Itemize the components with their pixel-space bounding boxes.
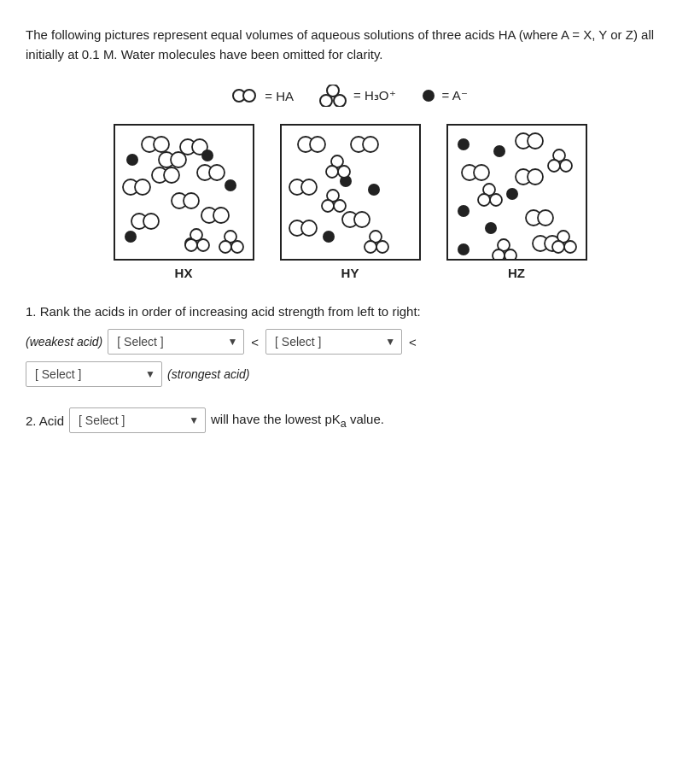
svg-point-36 bbox=[310, 137, 325, 152]
svg-point-44 bbox=[354, 212, 370, 227]
svg-point-67 bbox=[458, 138, 470, 150]
diagram-hx: HX bbox=[114, 124, 254, 280]
legend-h3o: = H₃O⁺ bbox=[319, 85, 395, 107]
svg-point-55 bbox=[322, 200, 334, 212]
svg-point-13 bbox=[135, 179, 150, 195]
svg-point-5 bbox=[423, 90, 435, 102]
svg-point-83 bbox=[493, 249, 505, 261]
diagram-box-hz bbox=[446, 124, 587, 261]
svg-point-62 bbox=[528, 169, 543, 185]
question-2-row: 2. Acid [ Select ] HX HY HZ ▼ will have … bbox=[26, 407, 674, 433]
svg-point-46 bbox=[368, 184, 380, 196]
svg-point-19 bbox=[184, 193, 199, 208]
a-icon bbox=[422, 89, 435, 103]
svg-point-77 bbox=[548, 160, 560, 172]
svg-point-38 bbox=[363, 137, 378, 152]
question-1-title: 1. Rank the acids in order of increasing… bbox=[26, 304, 674, 319]
diagrams-row: HX bbox=[26, 124, 674, 280]
hy-particles bbox=[282, 126, 421, 261]
svg-point-3 bbox=[320, 95, 332, 107]
weakest-acid-label: (weakest acid) bbox=[26, 335, 102, 349]
question-2-block: 2. Acid [ Select ] HX HY HZ ▼ will have … bbox=[26, 407, 674, 433]
svg-point-30 bbox=[185, 239, 197, 251]
svg-point-52 bbox=[365, 241, 376, 253]
diagram-box-hx bbox=[114, 124, 254, 261]
svg-point-69 bbox=[506, 188, 518, 200]
hz-particles bbox=[448, 126, 587, 261]
select-wrapper-3[interactable]: [ Select ] HX HY HZ ▼ bbox=[26, 361, 162, 387]
svg-point-27 bbox=[125, 231, 137, 243]
questions-section: 1. Rank the acids in order of increasing… bbox=[26, 304, 674, 433]
select-acid-pka[interactable]: [ Select ] HX HY HZ bbox=[69, 407, 206, 433]
svg-point-68 bbox=[493, 145, 505, 157]
diagram-box-hy bbox=[280, 124, 421, 261]
svg-point-81 bbox=[564, 241, 576, 253]
hx-particles bbox=[115, 126, 254, 261]
svg-point-7 bbox=[154, 137, 169, 152]
svg-point-1 bbox=[243, 90, 255, 102]
svg-point-78 bbox=[560, 160, 572, 172]
rank-row-2: [ Select ] HX HY HZ ▼ (strongest acid) bbox=[26, 361, 674, 387]
svg-point-53 bbox=[376, 241, 388, 253]
rank-row-1: (weakest acid) [ Select ] HX HY HZ ▼ < [… bbox=[26, 329, 674, 355]
h3o-icon bbox=[319, 85, 347, 107]
svg-point-75 bbox=[490, 194, 502, 206]
strongest-acid-label: (strongest acid) bbox=[167, 367, 249, 381]
svg-point-72 bbox=[458, 243, 470, 255]
select-middle[interactable]: [ Select ] HX HY HZ bbox=[265, 329, 402, 355]
legend: = HA = H₃O⁺ = A⁻ bbox=[26, 85, 674, 107]
diagram-label-hz: HZ bbox=[508, 266, 525, 280]
diagram-hz: HZ bbox=[446, 124, 587, 280]
svg-point-50 bbox=[338, 166, 350, 178]
legend-ha: = HA bbox=[232, 88, 294, 103]
svg-point-17 bbox=[143, 214, 159, 229]
svg-point-64 bbox=[538, 210, 553, 226]
select-weakest[interactable]: [ Select ] HX HY HZ bbox=[108, 329, 244, 355]
svg-point-49 bbox=[326, 166, 338, 178]
svg-point-84 bbox=[505, 249, 516, 261]
svg-point-71 bbox=[485, 222, 497, 234]
pka-subscript: a bbox=[341, 418, 347, 430]
question-1-block: 1. Rank the acids in order of increasing… bbox=[26, 304, 674, 387]
a-label: = A⁻ bbox=[442, 88, 468, 103]
ha-label: = HA bbox=[265, 89, 294, 103]
select-wrapper-2[interactable]: [ Select ] HX HY HZ ▼ bbox=[265, 329, 402, 355]
separator-1: < bbox=[249, 335, 260, 349]
svg-point-42 bbox=[301, 220, 317, 236]
q2-prefix: 2. Acid bbox=[26, 413, 64, 428]
svg-point-70 bbox=[458, 205, 470, 217]
svg-point-4 bbox=[334, 95, 346, 107]
intro-text: The following pictures represent equal v… bbox=[26, 26, 674, 64]
svg-point-25 bbox=[126, 154, 138, 166]
diagram-label-hx: HX bbox=[175, 266, 193, 280]
select-strongest[interactable]: [ Select ] HX HY HZ bbox=[26, 361, 162, 387]
svg-point-11 bbox=[164, 167, 179, 183]
diagram-label-hy: HY bbox=[341, 266, 359, 280]
h3o-label: = H₃O⁺ bbox=[353, 88, 395, 103]
svg-point-24 bbox=[201, 149, 213, 161]
svg-point-47 bbox=[323, 231, 335, 243]
svg-point-23 bbox=[213, 208, 229, 223]
legend-a: = A⁻ bbox=[422, 88, 468, 103]
svg-point-40 bbox=[301, 179, 317, 195]
separator-2: < bbox=[407, 335, 418, 349]
select-wrapper-4[interactable]: [ Select ] HX HY HZ ▼ bbox=[69, 407, 206, 433]
svg-point-74 bbox=[478, 194, 490, 206]
svg-point-60 bbox=[474, 165, 489, 180]
svg-point-80 bbox=[552, 241, 564, 253]
diagram-hy: HY bbox=[280, 124, 421, 280]
svg-point-21 bbox=[209, 165, 225, 180]
svg-point-31 bbox=[197, 239, 209, 251]
select-wrapper-1[interactable]: [ Select ] HX HY HZ ▼ bbox=[108, 329, 244, 355]
svg-point-26 bbox=[225, 179, 236, 191]
svg-point-58 bbox=[528, 133, 543, 149]
svg-point-56 bbox=[334, 200, 346, 212]
ha-icon bbox=[232, 88, 258, 103]
svg-point-34 bbox=[231, 241, 243, 253]
svg-point-33 bbox=[219, 241, 231, 253]
q2-suffix: will have the lowest pKa value. bbox=[211, 412, 384, 430]
